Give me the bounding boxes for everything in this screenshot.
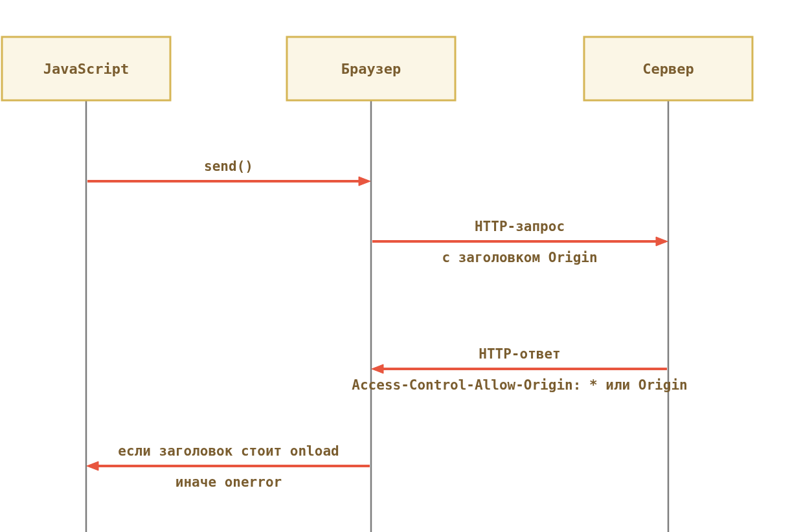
svg-marker-6 — [656, 237, 668, 246]
participant-label: JavaScript — [43, 61, 129, 77]
message-label: send() — [204, 159, 253, 174]
message-arrow: HTTP-запросс заголовком Origin — [372, 219, 668, 265]
svg-marker-10 — [87, 461, 98, 471]
participant-js: JavaScript — [2, 37, 170, 100]
message-label: если заголовок стоит onload — [118, 443, 339, 459]
sequence-diagram: JavaScriptБраузерСерверsend()HTTP-запрос… — [0, 0, 790, 532]
svg-marker-4 — [359, 177, 370, 186]
message-arrow: если заголовок стоит onloadиначе onerror — [87, 443, 370, 490]
message-sublabel: Access-Control-Allow-Origin: * или Origi… — [352, 377, 687, 393]
svg-marker-8 — [372, 364, 383, 373]
message-label: HTTP-ответ — [479, 346, 560, 362]
message-arrow: HTTP-ответAccess-Control-Allow-Origin: *… — [352, 346, 687, 393]
message-sublabel: иначе onerror — [175, 474, 282, 490]
participant-label: Браузер — [341, 61, 401, 77]
participant-label: Сервер — [642, 61, 694, 77]
participant-browser: Браузер — [287, 37, 455, 100]
message-label: HTTP-запрос — [475, 219, 565, 234]
message-arrow: send() — [87, 159, 370, 186]
participant-server: Сервер — [584, 37, 752, 100]
message-sublabel: с заголовком Origin — [442, 250, 597, 265]
